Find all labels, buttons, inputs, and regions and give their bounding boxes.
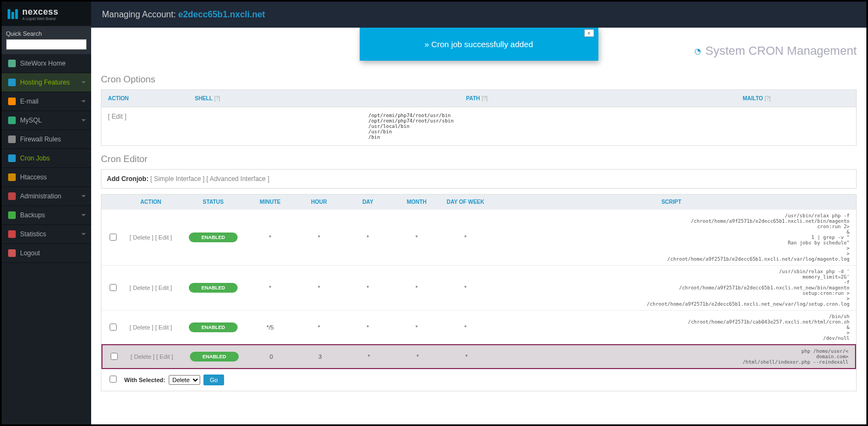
help-icon[interactable]: [?] [764,95,770,101]
cron-row: [ Delete ] [ Edit ]ENABLED03***php /home… [101,344,856,369]
cron-table: ACTION STATUS MINUTE HOUR DAY MONTH DAY … [101,194,857,391]
header-bar: Managing Account: e2decc65b1.nxcli.net [91,2,866,28]
add-cronjob-label: Add Cronjob: [107,175,149,183]
cron-editor-box: Add Cronjob: [ Simple Interface ] [ Adva… [101,169,857,189]
cron-options-box: ACTION SHELL[?] PATH[?] MAILTO[?] [ Edit… [101,89,857,146]
row-actions[interactable]: [ Delete ] [ Edit ] [121,234,181,241]
status-badge: ENABLED [190,352,239,362]
col-hour[interactable]: HOUR [295,199,343,205]
sidebar-item-cron-jobs[interactable]: Cron Jobs [2,149,91,168]
header-prefix: Managing Account: [102,10,178,19]
quick-search: Quick Search [2,26,91,54]
logo-subtitle: A Liquid Web Brand [22,17,59,21]
cell-day: * [343,234,392,241]
row-checkbox[interactable] [110,324,117,331]
help-icon[interactable]: [?] [482,95,488,101]
sidebar-item-hosting-features[interactable]: Hosting Features [2,73,91,92]
nav-icon [8,192,16,200]
row-actions[interactable]: [ Delete ] [ Edit ] [121,324,181,331]
content: » Cron job successfully added × ◔ System… [91,28,866,424]
simple-interface-link[interactable]: [ Simple Interface ] [150,175,205,183]
cron-options-title: Cron Options [101,74,857,85]
col-action[interactable]: ACTION [121,199,181,205]
row-checkbox[interactable] [110,234,117,241]
cell-minute: * [246,285,295,291]
help-icon[interactable]: [?] [214,95,220,101]
sidebar-item-label: E-mail [20,98,39,105]
cell-script: /usr/sbin/relax php -f /chroot/home/a9f2… [490,213,853,262]
sidebar-item-label: MySQL [20,117,42,124]
sidebar-item-backups[interactable]: Backups [2,206,91,225]
cron-row: [ Delete ] [ Edit ]ENABLED*/5****/bin/sh… [101,310,856,344]
cell-day: * [343,324,392,331]
notification-text: » Cron job successfully added [424,40,533,49]
cell-dow: * [441,234,490,241]
logo[interactable]: nexcess A Liquid Web Brand [2,2,91,26]
header-account[interactable]: e2decc65b1.nxcli.net [178,10,265,19]
sidebar-item-firewall-rules[interactable]: Firewall Rules [2,130,91,149]
cell-month: * [392,285,441,291]
row-checkbox[interactable] [111,353,118,360]
cron-row: [ Delete ] [ Edit ]ENABLED*****/usr/sbin… [101,209,856,265]
sidebar-item-mysql[interactable]: MySQL [2,111,91,130]
cell-dow: * [442,353,491,360]
cell-hour: * [295,324,343,331]
col-day[interactable]: DAY [343,199,392,205]
bulk-actions-row: With Selected: Delete Go [101,369,856,391]
cell-hour: * [295,234,343,241]
cell-script: /usr/sbin/relax php -d ' memory_limit=2G… [490,269,853,307]
logo-icon [6,8,19,21]
sidebar-item-label: SiteWorx Home [20,60,66,67]
row-actions[interactable]: [ Delete ] [ Edit ] [122,353,182,360]
advanced-interface-link[interactable]: [ Advanced Interface ] [206,175,269,183]
nav-icon [8,154,16,162]
col-minute[interactable]: MINUTE [246,199,295,205]
status-badge: ENABLED [189,283,238,293]
sidebar-item-statistics[interactable]: Statistics [2,225,91,244]
sidebar-item-e-mail[interactable]: E-mail [2,92,91,111]
cron-row: [ Delete ] [ Edit ]ENABLED*****/usr/sbin… [101,265,856,310]
page-title-text: System CRON Management [705,44,857,58]
col-status[interactable]: STATUS [181,199,246,205]
edit-cron-options-link[interactable]: [ Edit ] [108,113,126,120]
sidebar-item-label: Statistics [20,230,46,238]
col-dow[interactable]: DAY OF WEEK [441,199,490,205]
nav: SiteWorx HomeHosting FeaturesE-mailMySQL… [2,54,91,263]
row-actions[interactable]: [ Delete ] [ Edit ] [121,285,181,291]
cell-script: php /home/user/< domain.com> /html/shell… [491,348,852,365]
cell-hour: 3 [296,353,344,360]
cell-minute: 0 [247,353,296,360]
sidebar-item-label: Logout [20,249,40,257]
cell-minute: * [246,234,295,241]
sidebar-item-label: Htaccess [20,173,47,181]
quick-search-input[interactable] [6,39,87,50]
logo-name: nexcess [22,7,59,17]
cell-hour: * [295,285,343,291]
bulk-label: With Selected: [124,377,165,383]
notification-close-button[interactable]: × [584,29,594,37]
cell-month: * [393,353,442,360]
sidebar-item-siteworx-home[interactable]: SiteWorx Home [2,54,91,73]
sidebar-item-administration[interactable]: Administration [2,187,91,206]
col-path-header[interactable]: PATH[?] [466,95,743,101]
bulk-action-select[interactable]: Delete [169,375,200,385]
row-checkbox[interactable] [110,284,117,291]
quick-search-label: Quick Search [6,30,87,37]
bulk-go-button[interactable]: Go [203,375,225,385]
col-mailto-header[interactable]: MAILTO[?] [743,95,771,101]
col-action-header[interactable]: ACTION [108,95,195,101]
cell-script: /bin/sh /chroot/home/a9f2571b/cab043e257… [490,314,853,341]
col-shell-header[interactable]: SHELL[?] [195,95,466,101]
nav-icon [8,117,16,124]
sidebar-item-logout[interactable]: Logout [2,244,91,263]
cell-minute: */5 [246,324,295,331]
col-script[interactable]: SCRIPT [490,199,853,205]
col-month[interactable]: MONTH [392,199,441,205]
select-all-checkbox[interactable] [110,376,117,383]
cron-table-header: ACTION STATUS MINUTE HOUR DAY MONTH DAY … [101,195,856,209]
cell-month: * [392,324,441,331]
cell-dow: * [441,324,490,331]
nav-icon [8,60,16,67]
cell-dow: * [441,285,490,291]
sidebar-item-htaccess[interactable]: Htaccess [2,168,91,187]
